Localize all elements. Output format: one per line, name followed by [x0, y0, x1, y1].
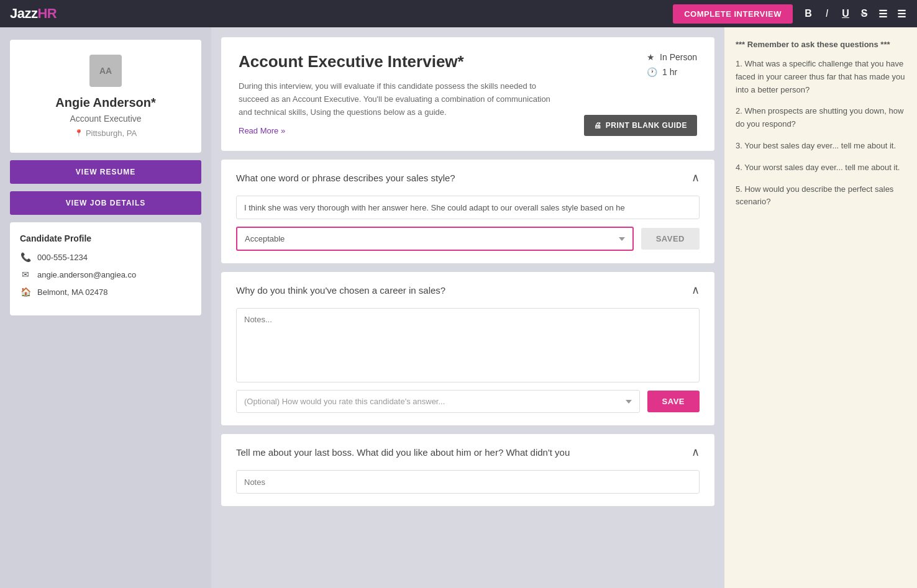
interview-type-item: ★ In Person	[647, 52, 697, 62]
email-item: ✉ angie.anderson@angiea.co	[20, 269, 191, 279]
print-icon: 🖨	[594, 121, 602, 130]
print-blank-guide-button[interactable]: 🖨 PRINT BLANK GUIDE	[584, 115, 697, 136]
logo-text: JazzHR	[10, 6, 57, 22]
main-layout: AA Angie Anderson* Account Executive 📍 P…	[0, 27, 917, 588]
rating-select-2[interactable]: (Optional) How would you rate this candi…	[236, 390, 640, 413]
bold-icon[interactable]: B	[803, 8, 814, 19]
profile-section-title: Candidate Profile	[20, 233, 191, 243]
interview-header-left: Account Executive Interview* During this…	[239, 52, 558, 136]
notes-textarea-2[interactable]	[236, 308, 700, 382]
chevron-up-icon-1[interactable]: ∧	[691, 171, 700, 184]
question-body-2: (Optional) How would you rate this candi…	[221, 308, 714, 425]
address-item: 🏠 Belmont, MA 02478	[20, 287, 191, 297]
question-header-2[interactable]: Why do you think you've chosen a career …	[221, 272, 714, 308]
rating-select-1[interactable]: Acceptable Poor Good Excellent	[236, 227, 634, 251]
phone-item: 📞 000-555-1234	[20, 252, 191, 262]
italic-icon[interactable]: I	[821, 8, 833, 19]
reminder-question-5: 5. How would you describe the perfect sa…	[736, 183, 906, 209]
question-text-2: Why do you think you've chosen a career …	[236, 285, 445, 296]
question-card-1: What one word or phrase describes your s…	[221, 160, 714, 263]
question-card-3: Tell me about your last boss. What did y…	[221, 434, 714, 506]
interview-duration-value: 1 hr	[662, 67, 677, 77]
reminder-question-3: 3. Your best sales day ever... tell me a…	[736, 140, 906, 153]
left-sidebar: AA Angie Anderson* Account Executive 📍 P…	[0, 27, 211, 588]
location-text: Pittsburgh, PA	[86, 129, 137, 138]
logo: JazzHR	[10, 6, 57, 22]
question-body-3	[221, 470, 714, 506]
print-label: PRINT BLANK GUIDE	[606, 121, 687, 130]
complete-interview-button[interactable]: COMPLETE INTERVIEW	[673, 4, 793, 24]
address-value: Belmont, MA 02478	[37, 287, 107, 297]
center-content: Account Executive Interview* During this…	[211, 27, 724, 588]
clock-icon: 🕐	[647, 67, 657, 77]
candidate-job-title: Account Executive	[70, 114, 141, 124]
view-job-details-button[interactable]: VIEW JOB DETAILS	[10, 191, 201, 215]
unordered-list-icon[interactable]: ☰	[896, 8, 907, 20]
question-footer-1: Acceptable Poor Good Excellent SAVED	[236, 227, 700, 251]
interview-duration-item: 🕐 1 hr	[647, 67, 677, 77]
avatar: AA	[89, 55, 122, 87]
interview-header-right: ★ In Person 🕐 1 hr 🖨 PRINT BLANK GUIDE	[573, 52, 697, 136]
interview-meta: ★ In Person 🕐 1 hr	[647, 52, 697, 77]
home-icon: 🏠	[20, 287, 31, 297]
reminder-text: *** Remember to ask these questions ***	[736, 40, 906, 49]
candidate-card: AA Angie Anderson* Account Executive 📍 P…	[10, 40, 201, 153]
strikethrough-icon[interactable]: S	[859, 8, 870, 19]
reminder-question-4: 4. Your worst sales day ever... tell me …	[736, 161, 906, 174]
question-header-1[interactable]: What one word or phrase describes your s…	[221, 160, 714, 196]
app-header: JazzHR COMPLETE INTERVIEW B I U S ☰ ☰	[0, 0, 917, 27]
interview-description: During this interview, you will evaluate…	[239, 80, 558, 119]
text-toolbar: B I U S ☰ ☰	[803, 8, 907, 20]
right-panel: *** Remember to ask these questions *** …	[724, 27, 917, 588]
notes-input-3[interactable]	[236, 470, 700, 494]
question-footer-2: (Optional) How would you rate this candi…	[236, 390, 700, 413]
candidate-location: 📍 Pittsburgh, PA	[75, 129, 137, 138]
phone-icon: 📞	[20, 252, 31, 262]
reminder-question-2: 2. When prospects are shutting you down,…	[736, 105, 906, 131]
question-text-3: Tell me about your last boss. What did y…	[236, 447, 570, 458]
chevron-up-icon-2[interactable]: ∧	[691, 283, 700, 297]
chevron-up-icon-3[interactable]: ∧	[691, 445, 700, 459]
question-header-3[interactable]: Tell me about your last boss. What did y…	[221, 434, 714, 470]
interview-type-value: In Person	[660, 52, 697, 62]
logo-hr: HR	[37, 6, 57, 21]
location-pin-icon: 📍	[75, 129, 83, 137]
question-body-1: Acceptable Poor Good Excellent SAVED	[221, 196, 714, 263]
email-value: angie.anderson@angiea.co	[37, 270, 136, 279]
email-icon: ✉	[20, 269, 31, 279]
reminder-question-1: 1. What was a specific challenge that yo…	[736, 58, 906, 96]
ordered-list-icon[interactable]: ☰	[877, 8, 888, 20]
phone-value: 000-555-1234	[37, 253, 88, 262]
candidate-name: Angie Anderson*	[55, 96, 156, 110]
interview-header-card: Account Executive Interview* During this…	[221, 37, 714, 151]
underline-icon[interactable]: U	[840, 8, 851, 19]
read-more-link[interactable]: Read More »	[239, 126, 285, 135]
interview-title: Account Executive Interview*	[239, 52, 558, 71]
saved-button-1[interactable]: SAVED	[641, 228, 700, 250]
candidate-profile-card: Candidate Profile 📞 000-555-1234 ✉ angie…	[10, 222, 201, 315]
view-resume-button[interactable]: VIEW RESUME	[10, 160, 201, 184]
logo-jazz: Jazz	[10, 6, 37, 21]
star-icon: ★	[647, 52, 655, 62]
question-card-2: Why do you think you've chosen a career …	[221, 272, 714, 425]
notes-input-1[interactable]	[236, 196, 700, 219]
save-button-2[interactable]: SAVE	[647, 391, 700, 412]
question-text-1: What one word or phrase describes your s…	[236, 173, 455, 183]
header-right: COMPLETE INTERVIEW B I U S ☰ ☰	[673, 4, 907, 24]
